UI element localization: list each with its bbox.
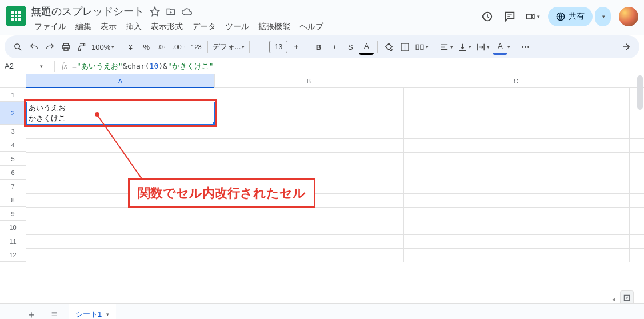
svg-point-13 [525, 46, 526, 48]
menu-tools[interactable]: ツール [222, 19, 253, 34]
row-header-12[interactable]: 12 [0, 248, 26, 262]
undo-icon[interactable] [26, 39, 41, 55]
vertical-scrollbar[interactable] [635, 74, 644, 303]
row-header-4[interactable]: 4 [0, 138, 26, 152]
account-avatar[interactable] [619, 7, 638, 26]
fx-icon: fx [62, 62, 67, 71]
row-header-11[interactable]: 11 [0, 234, 26, 248]
italic-button[interactable]: I [327, 39, 342, 55]
fill-color-button[interactable] [381, 39, 396, 55]
text-color-button[interactable]: A [359, 39, 374, 55]
horizontal-scrollbar[interactable] [26, 296, 609, 303]
toolbar-more-icon[interactable] [518, 39, 533, 55]
spreadsheet-grid[interactable]: A B C 1 2 3 4 5 6 7 8 9 10 11 12 [0, 74, 644, 303]
move-icon[interactable] [166, 6, 176, 17]
decrease-decimal-icon[interactable]: .0← [155, 39, 170, 55]
halign-button[interactable]: ▾ [438, 39, 455, 55]
fontsize-decrease[interactable]: − [253, 39, 268, 55]
scroll-left-icon[interactable]: ◄ [609, 296, 619, 303]
fill-handle[interactable] [213, 122, 216, 126]
menu-file[interactable]: ファイル [31, 19, 70, 34]
sheet-tab-label: シート1 [75, 309, 102, 320]
formula-bar: A2 ▾ fx ="あいうえお"&char(10)&"かきくけこ" [0, 58, 644, 74]
redo-icon[interactable] [42, 39, 57, 55]
menu-help[interactable]: ヘルプ [296, 19, 327, 34]
wrap-button[interactable]: ▾ [474, 39, 491, 55]
explore-button[interactable] [620, 290, 634, 303]
namebox-dropdown-icon[interactable]: ▾ [40, 63, 43, 69]
bold-button[interactable]: B [311, 39, 326, 55]
col-header-c[interactable]: C [403, 74, 629, 87]
annotation-callout: 関数でセル内改行されたセル [128, 178, 315, 208]
share-label: 共有 [569, 11, 585, 22]
row-header-5[interactable]: 5 [0, 152, 26, 166]
sheet-tab-bar: ＋ ≡ シート1 ▾ [0, 303, 644, 319]
more-formats-button[interactable]: 123 [189, 39, 204, 55]
row-header-1[interactable]: 1 [0, 88, 26, 102]
row-header-9[interactable]: 9 [0, 207, 26, 221]
menu-extensions[interactable]: 拡張機能 [255, 19, 294, 34]
toolbar: 100%▾ ¥ % .0← .00→ 123 デフォ...▾ − 13 ＋ B … [5, 35, 639, 58]
row-header-3[interactable]: 3 [0, 125, 26, 138]
add-sheet-button[interactable]: ＋ [23, 306, 40, 320]
sidepanel-toggle-icon[interactable] [619, 39, 634, 55]
formula-input[interactable]: ="あいうえお"&char(10)&"かきくけこ" [72, 61, 213, 71]
strike-button[interactable]: S [343, 39, 358, 55]
svg-rect-11 [421, 45, 423, 50]
svg-point-5 [14, 43, 19, 49]
name-box[interactable]: A2 [5, 62, 39, 70]
history-icon[interactable] [479, 9, 494, 24]
row-header-6[interactable]: 6 [0, 166, 26, 180]
doc-title[interactable]: 無題のスプレッドシート [31, 5, 144, 18]
star-icon[interactable] [150, 6, 160, 17]
share-button[interactable]: 共有 [548, 7, 593, 26]
row-header-8[interactable]: 8 [0, 193, 26, 207]
svg-rect-3 [526, 14, 532, 19]
percent-button[interactable]: % [139, 39, 154, 55]
text-rotation-button[interactable]: A [493, 39, 507, 55]
svg-point-12 [522, 46, 523, 48]
menu-insert[interactable]: 挿入 [122, 19, 145, 34]
print-icon[interactable] [58, 39, 73, 55]
currency-button[interactable]: ¥ [123, 39, 138, 55]
valign-button[interactable]: ▾ [456, 39, 473, 55]
search-menus-icon[interactable] [10, 39, 25, 55]
zoom-select[interactable]: 100%▾ [90, 39, 115, 55]
sheet-tab-1[interactable]: シート1 ▾ [69, 304, 116, 320]
borders-button[interactable] [397, 39, 412, 55]
font-select[interactable]: デフォ...▾ [211, 39, 246, 55]
paint-format-icon[interactable] [74, 39, 89, 55]
menubar: ファイル 編集 表示 挿入 表示形式 データ ツール 拡張機能 ヘルプ [31, 19, 479, 34]
menu-format[interactable]: 表示形式 [147, 19, 186, 34]
menu-data[interactable]: データ [189, 19, 219, 34]
menu-edit[interactable]: 編集 [72, 19, 95, 34]
fontsize-increase[interactable]: ＋ [289, 39, 303, 55]
svg-point-14 [527, 46, 529, 48]
fontsize-input[interactable]: 13 [269, 41, 287, 53]
row-header-7[interactable]: 7 [0, 180, 26, 193]
sheet-tab-menu-icon[interactable]: ▾ [106, 312, 109, 317]
comments-icon[interactable] [502, 9, 517, 24]
sheets-logo[interactable] [6, 6, 26, 26]
cloud-status-icon[interactable] [182, 6, 192, 17]
meet-icon[interactable]: ▾ [525, 9, 540, 24]
select-all-corner[interactable] [0, 74, 26, 87]
increase-decimal-icon[interactable]: .00→ [171, 39, 187, 55]
svg-rect-10 [417, 45, 419, 50]
all-sheets-button[interactable]: ≡ [46, 306, 63, 320]
col-header-a[interactable]: A [26, 74, 215, 87]
cell-a2-value: あいうえお かきくけこ [29, 103, 66, 123]
col-header-b[interactable]: B [215, 74, 403, 87]
share-dropdown[interactable]: ▾ [595, 7, 611, 26]
row-header-10[interactable]: 10 [0, 221, 26, 234]
annotation-line [97, 114, 147, 186]
row-header-2[interactable]: 2 [0, 102, 26, 125]
merge-button[interactable]: ▾ [413, 39, 430, 55]
menu-view[interactable]: 表示 [97, 19, 120, 34]
